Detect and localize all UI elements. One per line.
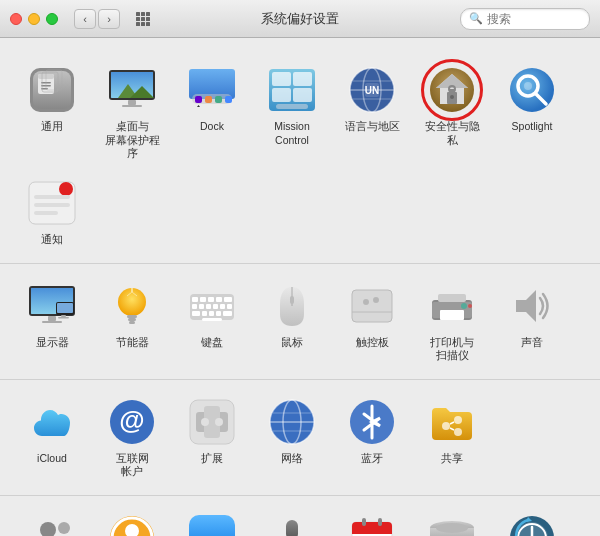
svg-rect-43 [449,89,455,94]
parental-icon-wrap [106,512,158,536]
desktop-label: 桌面与屏幕保护程序 [100,120,164,161]
svg-rect-126 [189,515,235,536]
svg-point-92 [373,297,379,303]
spotlight-icon-wrap [506,64,558,116]
svg-point-97 [461,303,467,309]
printers-icon-wrap [426,280,478,332]
svg-point-142 [436,523,468,533]
svg-rect-70 [192,297,198,302]
pref-item-parental[interactable]: 家长控制 [96,508,168,536]
extensions-icon [188,398,236,446]
pref-item-timemachine[interactable]: Time Machine [496,508,568,536]
displays-label: 显示器 [36,336,69,350]
pref-item-keyboard[interactable]: 键盘 [176,276,248,354]
pref-item-trackpad[interactable]: 触控板 [336,276,408,354]
pref-item-dictation[interactable]: 听写与语音 [256,508,328,536]
back-button[interactable]: ‹ [74,9,96,29]
pref-item-security[interactable]: 安全性与隐私 [416,60,488,151]
pref-item-icloud[interactable]: iCloud [16,392,88,470]
icloud-icon [28,398,76,446]
pref-item-general[interactable]: 通用 [16,60,88,138]
grid-view-icon[interactable] [134,10,152,28]
pref-item-displays[interactable]: 显示器 [16,276,88,354]
pref-item-sound[interactable]: 声音 [496,276,568,354]
mouse-icon [268,282,316,330]
svg-rect-61 [58,317,69,319]
mouse-icon-wrap [266,280,318,332]
close-button[interactable] [10,13,22,25]
pref-item-desktop[interactable]: 桌面与屏幕保护程序 [96,60,168,165]
svg-rect-27 [293,88,312,102]
svg-rect-64 [128,318,136,321]
notify-icon-wrap [26,177,78,229]
notify-label: 通知 [41,233,63,247]
svg-rect-15 [122,105,142,107]
pref-item-users[interactable]: 用户与群组 [16,508,88,536]
svg-rect-89 [352,290,392,322]
svg-point-122 [58,522,70,534]
pref-item-appstore[interactable]: App Store [176,508,248,536]
svg-rect-21 [225,96,232,103]
internet-label: 互联网帐户 [116,452,149,479]
svg-rect-63 [127,315,137,318]
svg-rect-96 [440,310,464,320]
pref-item-energy[interactable]: 节能器 [96,276,168,354]
sharing-label: 共享 [441,452,463,466]
pref-item-network[interactable]: 网络 [256,392,328,470]
svg-rect-83 [209,311,214,316]
traffic-lights [10,13,58,25]
search-bar[interactable]: 🔍 [460,8,590,30]
svg-point-107 [215,418,223,426]
pref-item-internet[interactable]: @ 互联网帐户 [96,392,168,483]
nav-buttons: ‹ › [74,9,120,29]
pref-item-language[interactable]: UN 语言与地区 [336,60,408,138]
pref-item-spotlight[interactable]: Spotlight [496,60,568,138]
internet-icon-wrap: @ [106,396,158,448]
pref-item-startup[interactable]: 启动磁盘 [416,508,488,536]
svg-rect-56 [48,316,56,321]
svg-marker-99 [516,290,536,322]
pref-item-notify[interactable]: 通知 [16,173,88,251]
pref-item-printers[interactable]: 打印机与扫描仪 [416,276,488,367]
search-input[interactable] [487,12,581,26]
section-row1: 通用 [0,48,600,264]
pref-item-mission[interactable]: MissionControl [256,60,328,151]
printers-label: 打印机与扫描仪 [430,336,474,363]
svg-rect-84 [216,311,221,316]
svg-rect-14 [128,100,136,105]
pref-item-mouse[interactable]: 鼠标 [256,276,328,354]
general-label: 通用 [41,120,63,134]
section-row4: 用户与群组 家长控制 [0,496,600,536]
search-icon: 🔍 [469,12,483,25]
users-icon [28,514,76,536]
datetime-icon-wrap: 16 [346,512,398,536]
keyboard-icon [188,282,236,330]
pref-item-bluetooth[interactable]: 蓝牙 [336,392,408,470]
pref-item-sharing[interactable]: 共享 [416,392,488,470]
desktop-icon-wrap [106,64,158,116]
maximize-button[interactable] [46,13,58,25]
svg-rect-50 [34,195,70,199]
forward-button[interactable]: › [98,9,120,29]
svg-rect-95 [438,294,466,302]
mission-label: MissionControl [274,120,310,147]
displays-icon-wrap [26,280,78,332]
pref-item-extensions[interactable]: 扩展 [176,392,248,470]
svg-point-121 [40,522,56,536]
network-label: 网络 [281,452,303,466]
keyboard-icon-wrap [186,280,238,332]
pref-item-dock[interactable]: Dock [176,60,248,138]
svg-rect-20 [215,96,222,103]
energy-icon [108,282,156,330]
minimize-button[interactable] [28,13,40,25]
bluetooth-icon-wrap [346,396,398,448]
sound-icon [508,282,556,330]
svg-rect-85 [223,311,232,316]
svg-rect-75 [192,304,197,309]
security-label: 安全性与隐私 [420,120,484,147]
svg-point-118 [454,428,462,436]
pref-item-datetime[interactable]: 16 日期与时间 [336,508,408,536]
dictation-icon-wrap [266,512,318,536]
svg-rect-65 [129,321,135,324]
svg-point-47 [524,82,532,90]
